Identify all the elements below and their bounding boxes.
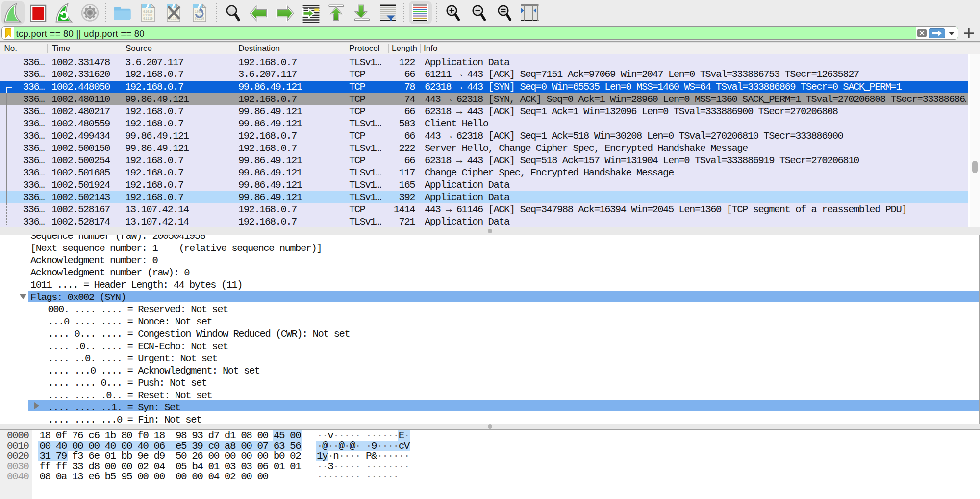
svg-text:01010: 01010 (143, 10, 153, 14)
svg-text:01110: 01110 (143, 17, 153, 21)
svg-text:01101: 01101 (143, 14, 153, 17)
